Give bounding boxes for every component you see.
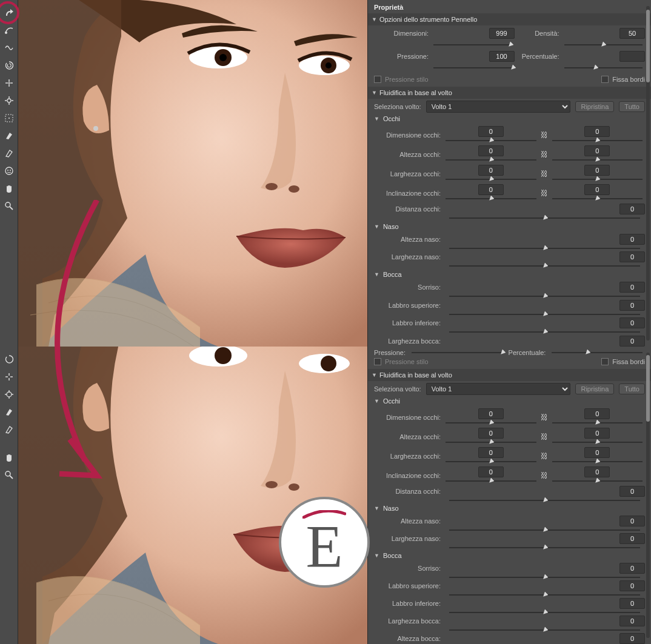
eye-width-left-input[interactable] bbox=[478, 447, 504, 458]
pin-edges-checkbox[interactable]: Fissa bordi bbox=[601, 358, 645, 365]
link-icon[interactable]: ⛓ bbox=[540, 150, 549, 159]
link-icon[interactable]: ⛓ bbox=[540, 169, 549, 179]
eye-size-left-slider[interactable] bbox=[443, 419, 539, 427]
upper-lip-slider[interactable] bbox=[447, 591, 643, 594]
nose-subheader[interactable]: ▼Naso bbox=[368, 502, 651, 514]
push-left-tool-icon[interactable] bbox=[2, 111, 16, 125]
upper-lip-slider[interactable] bbox=[447, 311, 643, 314]
eye-height-right-input[interactable] bbox=[584, 145, 610, 156]
eye-width-left-slider[interactable] bbox=[443, 458, 539, 465]
eyes-subheader[interactable]: ▼Occhi bbox=[368, 113, 651, 125]
eye-distance-input[interactable] bbox=[619, 486, 645, 497]
mouth-subheader[interactable]: ▼Bocca bbox=[368, 549, 651, 562]
panel-scrollbar[interactable] bbox=[646, 353, 650, 638]
upper-lip-input[interactable] bbox=[619, 580, 645, 591]
eye-tilt-left-input[interactable] bbox=[478, 466, 504, 477]
eye-tilt-right-input[interactable] bbox=[584, 466, 610, 477]
eye-height-right-input[interactable] bbox=[584, 428, 610, 439]
link-icon[interactable]: ⛓ bbox=[540, 471, 549, 480]
link-icon[interactable]: ⛓ bbox=[540, 432, 549, 442]
eye-size-left-input[interactable] bbox=[478, 126, 504, 137]
face-aware-header[interactable]: ▼ Fluidifica in base al volto bbox=[368, 87, 651, 99]
brush-density-slider[interactable] bbox=[562, 41, 646, 48]
eye-height-right-slider[interactable] bbox=[550, 439, 646, 446]
eye-size-right-slider[interactable] bbox=[550, 137, 646, 144]
eye-tilt-right-slider[interactable] bbox=[550, 195, 646, 202]
smile-input[interactable] bbox=[619, 563, 645, 574]
mouth-width-input[interactable] bbox=[619, 616, 645, 626]
zoom-tool-icon[interactable] bbox=[2, 199, 16, 213]
eye-size-left-input[interactable] bbox=[478, 408, 504, 419]
pressure-slider[interactable] bbox=[409, 349, 505, 356]
link-icon[interactable]: ⛓ bbox=[540, 413, 549, 422]
twirl-tool-icon[interactable] bbox=[2, 353, 16, 366]
link-icon[interactable]: ⛓ bbox=[540, 130, 549, 140]
eye-distance-slider[interactable] bbox=[447, 497, 643, 500]
mouth-height-input[interactable] bbox=[619, 633, 645, 644]
lower-lip-slider[interactable] bbox=[447, 609, 643, 612]
panel-scrollbar[interactable] bbox=[646, 6, 650, 340]
link-icon[interactable]: ⛓ bbox=[540, 188, 549, 198]
mouth-width-input[interactable] bbox=[619, 336, 645, 347]
brush-options-header[interactable]: ▼ Opzioni dello strumento Pennello bbox=[368, 13, 651, 25]
lower-lip-input[interactable] bbox=[619, 317, 645, 328]
thaw-mask-tool-icon[interactable] bbox=[2, 423, 16, 436]
eye-height-left-input[interactable] bbox=[478, 145, 504, 156]
eye-width-right-slider[interactable] bbox=[550, 458, 646, 465]
smile-slider[interactable] bbox=[447, 293, 643, 296]
liquify-canvas-top[interactable] bbox=[18, 0, 367, 347]
lower-lip-slider[interactable] bbox=[447, 328, 643, 332]
nose-width-slider[interactable] bbox=[447, 262, 643, 266]
select-face-dropdown[interactable]: Volto 1 bbox=[426, 101, 571, 113]
eye-height-left-slider[interactable] bbox=[443, 156, 539, 164]
forward-warp-tool-icon[interactable] bbox=[2, 6, 16, 19]
select-face-dropdown[interactable]: Volto 1 bbox=[426, 383, 571, 395]
smile-slider[interactable] bbox=[447, 574, 643, 577]
hand-tool-icon[interactable] bbox=[2, 182, 16, 195]
mouth-width-slider[interactable] bbox=[447, 626, 643, 629]
brush-pressure-input[interactable] bbox=[489, 51, 515, 62]
freeze-mask-tool-icon[interactable] bbox=[2, 129, 16, 142]
eye-tilt-right-input[interactable] bbox=[584, 184, 610, 195]
brush-size-slider[interactable] bbox=[431, 41, 515, 48]
lower-lip-input[interactable] bbox=[619, 598, 645, 609]
smooth-tool-icon[interactable] bbox=[2, 41, 16, 55]
nose-height-input[interactable] bbox=[619, 234, 645, 245]
bloat-tool-icon[interactable] bbox=[2, 388, 16, 401]
nose-width-slider[interactable] bbox=[447, 544, 643, 547]
eye-width-left-slider[interactable] bbox=[443, 176, 539, 183]
eye-width-right-slider[interactable] bbox=[550, 176, 646, 183]
nose-width-input[interactable] bbox=[619, 251, 645, 262]
eye-height-left-input[interactable] bbox=[478, 428, 504, 439]
eye-tilt-left-slider[interactable] bbox=[443, 477, 539, 485]
nose-height-input[interactable] bbox=[619, 516, 645, 526]
pucker-tool-icon[interactable] bbox=[2, 76, 16, 90]
twirl-tool-icon[interactable] bbox=[2, 59, 16, 72]
thaw-mask-tool-icon[interactable] bbox=[2, 147, 16, 160]
bloat-tool-icon[interactable] bbox=[2, 94, 16, 107]
eye-distance-slider[interactable] bbox=[447, 214, 643, 218]
eye-tilt-left-input[interactable] bbox=[478, 184, 504, 195]
eye-size-right-input[interactable] bbox=[584, 126, 610, 137]
brush-pressure-slider[interactable] bbox=[431, 64, 515, 71]
eye-height-left-slider[interactable] bbox=[443, 439, 539, 446]
nose-subheader[interactable]: ▼Naso bbox=[368, 221, 651, 233]
eye-tilt-right-slider[interactable] bbox=[550, 477, 646, 485]
liquify-canvas-bottom[interactable] bbox=[18, 347, 367, 644]
eye-tilt-left-slider[interactable] bbox=[443, 195, 539, 202]
hand-tool-icon[interactable] bbox=[2, 451, 16, 464]
upper-lip-input[interactable] bbox=[619, 300, 645, 311]
eye-size-right-slider[interactable] bbox=[550, 419, 646, 427]
pin-edges-checkbox[interactable]: Fissa bordi bbox=[601, 76, 645, 83]
freeze-mask-tool-icon[interactable] bbox=[2, 405, 16, 419]
eye-height-right-slider[interactable] bbox=[550, 156, 646, 164]
zoom-tool-icon[interactable] bbox=[2, 468, 16, 482]
eye-size-left-slider[interactable] bbox=[443, 137, 539, 144]
reconstruct-tool-icon[interactable] bbox=[2, 24, 16, 37]
eye-width-right-input[interactable] bbox=[584, 165, 610, 176]
nose-width-input[interactable] bbox=[619, 533, 645, 544]
eye-width-left-input[interactable] bbox=[478, 165, 504, 176]
nose-height-slider[interactable] bbox=[447, 245, 643, 248]
face-aware-header[interactable]: ▼ Fluidifica in base al volto bbox=[368, 369, 651, 381]
eye-size-right-input[interactable] bbox=[584, 408, 610, 419]
